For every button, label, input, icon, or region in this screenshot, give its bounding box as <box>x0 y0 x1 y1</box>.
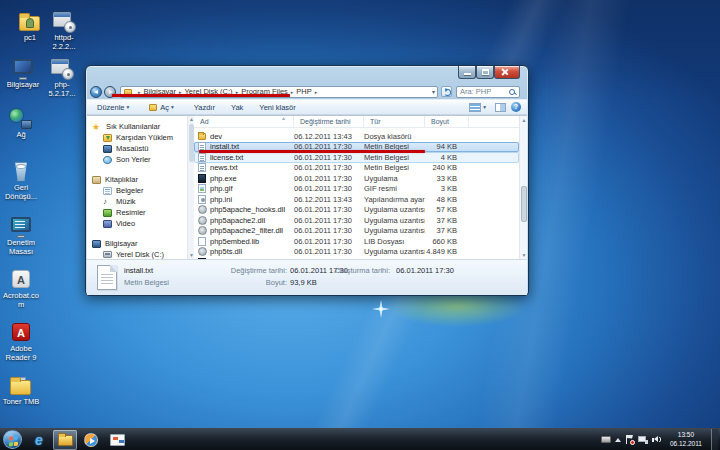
column-header-type[interactable]: Tür <box>364 116 425 127</box>
device-tray-icon[interactable] <box>601 436 611 443</box>
volume-tray-icon[interactable] <box>652 435 661 444</box>
desktop-icon-computer[interactable]: Bilgisayar <box>2 57 44 90</box>
dll-file-icon <box>198 226 207 235</box>
sidebar-item-label: Masaüstü <box>116 144 149 153</box>
close-button[interactable] <box>494 66 520 79</box>
file-list-scrollbar[interactable]: ▲ ▼ <box>519 116 527 259</box>
control-panel-icon <box>8 215 34 238</box>
new-folder-button[interactable]: Yeni klasör <box>255 102 299 113</box>
network-icon <box>8 107 34 130</box>
file-row-dev[interactable]: dev06.12.2011 13:43Dosya klasörü <box>194 131 519 142</box>
file-row-php5embed-lib[interactable]: php5embed.lib06.01.2011 17:30LIB Dosyası… <box>194 236 519 247</box>
desktop-icon-network[interactable]: Ağ <box>0 107 42 140</box>
file-row-php-ini[interactable]: php.ini06.12.2011 13:43Yapılandırma ayar… <box>194 194 519 205</box>
refresh-icon[interactable] <box>441 86 452 97</box>
taskbar-item-explorer[interactable] <box>53 430 77 450</box>
sidebar-item-pictures[interactable]: Resimler <box>87 207 187 218</box>
start-button[interactable] <box>3 430 22 449</box>
pictures-icon <box>103 209 112 217</box>
sidebar-group-computer[interactable]: Bilgisayar <box>87 238 187 249</box>
sidebar-item-documents[interactable]: Belgeler <box>87 185 187 196</box>
sidebar-group-favorites[interactable]: ★Sık Kullanılanlar <box>87 121 187 132</box>
column-header-date[interactable]: Değiştirme tarihi <box>294 116 364 127</box>
search-input[interactable]: Ara: PHP <box>456 86 520 98</box>
file-row-license-txt[interactable]: license.txt06.01.2011 17:30Metin Belgesi… <box>194 152 519 163</box>
desktop-icon-httpd-installer[interactable]: httpd-2.2.2... <box>43 10 85 51</box>
open-label: Aç <box>160 103 169 112</box>
desktop-icon-label: Denetim Masası <box>0 239 42 256</box>
sidebar-item-desktop[interactable]: Masaüstü <box>87 143 187 154</box>
cursor-sparkle <box>372 300 390 318</box>
breadcrumb-item-php[interactable]: PHP <box>296 87 311 96</box>
organize-label: Düzenle <box>97 103 125 112</box>
back-button[interactable] <box>90 86 102 98</box>
sidebar-item-label: Müzik <box>116 197 136 206</box>
details-file-type: Metin Belgesi <box>124 278 169 287</box>
views-icon <box>469 103 481 112</box>
details-modified-label: Değiştirme tarihi: <box>215 266 287 275</box>
sidebar-group-libraries[interactable]: Kitaplıklar <box>87 174 187 185</box>
new-folder-label: Yeni klasör <box>259 103 295 112</box>
details-size-value: 93,9 KB <box>290 278 317 287</box>
taskbar-item-internet-explorer[interactable]: e <box>27 430 51 450</box>
file-row-php5apache-hooks-dll[interactable]: php5apache_hooks.dll06.01.2011 17:30Uygu… <box>194 205 519 216</box>
organize-button[interactable]: Düzenle▾ <box>93 102 133 113</box>
scroll-down-icon[interactable]: ▼ <box>520 252 527 258</box>
show-desktop-button[interactable] <box>711 429 718 450</box>
star-icon: ★ <box>92 123 102 131</box>
change-view-button[interactable]: ▾ <box>465 102 490 113</box>
preview-pane-icon[interactable] <box>495 103 506 112</box>
desktop-icon-php-installer[interactable]: php-5.2.17... <box>41 57 83 98</box>
scroll-up-icon[interactable]: ▲ <box>520 117 527 123</box>
scrollbar-thumb[interactable] <box>521 186 527 222</box>
column-header-size[interactable]: Boyut <box>425 116 469 127</box>
maximize-button[interactable] <box>476 66 494 79</box>
sidebar-item-drive-c[interactable]: Yerel Disk (C:) <box>87 249 187 259</box>
sidebar-item-recent-places[interactable]: Son Yerler <box>87 154 187 165</box>
open-button[interactable]: Aç▾ <box>145 102 178 113</box>
application-icon <box>198 174 206 183</box>
desktop-icon-control-panel[interactable]: Denetim Masası <box>0 215 42 256</box>
chevron-down-icon[interactable]: ▾ <box>432 88 435 95</box>
file-list: Ad Değiştirme tarihi Tür Boyut ▴ dev06.1… <box>194 116 519 259</box>
file-row-php5apache2-filter-dll[interactable]: php5apache2_filter.dll06.01.2011 17:30Uy… <box>194 226 519 237</box>
file-row-news-txt[interactable]: news.txt06.01.2011 17:30Metin Belgesi240… <box>194 163 519 174</box>
sidebar-item-music[interactable]: ♪Müzik <box>87 196 187 207</box>
burn-button[interactable]: Yak <box>227 102 247 113</box>
help-icon[interactable]: ? <box>511 102 521 112</box>
show-hidden-icons-arrow[interactable] <box>615 438 621 442</box>
desktop-icon-mini <box>103 145 112 153</box>
file-row-php5apache2-dll[interactable]: php5apache2.dll06.01.2011 17:30Uygulama … <box>194 215 519 226</box>
file-row-php-gif[interactable]: php.gif06.01.2011 17:30GIF resmi3 KB <box>194 184 519 195</box>
sidebar-item-downloads[interactable]: Karşıdan Yüklem <box>87 132 187 143</box>
taskbar-clock[interactable]: 13:50 06.12.2011 <box>665 431 707 449</box>
file-rows: dev06.12.2011 13:43Dosya klasörü install… <box>194 128 519 259</box>
documents-icon <box>103 187 112 195</box>
action-center-flag-icon[interactable] <box>625 435 634 445</box>
titlebar[interactable] <box>86 66 528 84</box>
file-row-php-exe[interactable]: php.exe06.01.2011 17:30Uygulama33 KB <box>194 173 519 184</box>
command-bar: Düzenle▾ Aç▾ Yazdır Yak Yeni klasör ▾ ? <box>87 99 527 115</box>
image-file-icon <box>198 184 206 193</box>
desktop-icon-toner-folder[interactable]: Toner TMB <box>0 374 42 407</box>
desktop-icon-adobe-reader[interactable]: A Adobe Reader 9 <box>0 321 42 362</box>
file-row-php5ts-dll[interactable]: php5ts.dll06.01.2011 17:30Uygulama uzant… <box>194 247 519 258</box>
computer-icon <box>10 57 36 80</box>
taskbar-item-media-player[interactable] <box>79 430 103 450</box>
paint-icon <box>110 434 125 446</box>
network-tray-icon[interactable] <box>638 436 648 444</box>
print-button[interactable]: Yazdır <box>190 102 219 113</box>
text-file-icon-large <box>97 265 117 290</box>
column-header-name[interactable]: Ad <box>194 116 294 127</box>
text-file-icon <box>198 153 206 162</box>
minimize-button[interactable] <box>458 66 476 79</box>
desktop-icon-acrobat-com[interactable]: A Acrobat.com <box>0 268 42 309</box>
sidebar-item-label: Belgeler <box>116 186 144 195</box>
desktop-icon-label: php-5.2.17... <box>41 81 83 98</box>
desktop-icon-recycle-bin[interactable]: Geri Dönüşü... <box>0 160 42 201</box>
taskbar-item-paint[interactable] <box>105 430 129 450</box>
sidebar-item-video[interactable]: Video <box>87 218 187 229</box>
downloads-icon <box>103 134 112 142</box>
windows-logo-icon <box>9 435 19 446</box>
navigation-scrollbar[interactable]: ▲ ▼ <box>187 116 194 259</box>
